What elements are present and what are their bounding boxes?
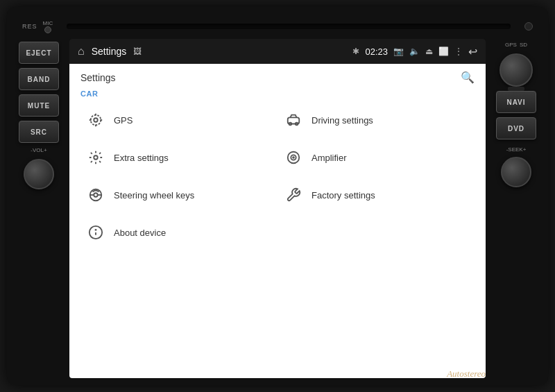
gps-sd-area: GPS SD [505, 42, 527, 48]
res-label: RES [22, 23, 37, 30]
driving-label: Driving settings [311, 115, 373, 126]
bluetooth-icon: ✱ [352, 46, 359, 56]
navi-button[interactable]: NAVI [496, 91, 536, 113]
mic-dot [44, 26, 51, 33]
svg-point-0 [94, 118, 98, 122]
factory-icon [284, 185, 303, 205]
src-button[interactable]: SRC [19, 121, 59, 143]
more-icon[interactable]: ⋮ [454, 46, 463, 56]
setting-factory[interactable]: Factory settings [278, 177, 475, 213]
svg-point-14 [94, 193, 98, 197]
svg-point-9 [94, 155, 98, 160]
setting-steering[interactable]: Steering wheel keys [80, 177, 277, 213]
clock: 02:23 [365, 46, 388, 57]
about-icon [86, 223, 105, 242]
settings-grid: GPS Driving settings [80, 102, 475, 250]
camera-icon: 📷 [393, 46, 404, 56]
factory-label: Factory settings [311, 190, 375, 201]
section-label: CAR [80, 90, 475, 98]
main-area: EJECT BAND MUTE SRC -VOL+ ⌂ Settings 🖼 ✱… [14, 39, 541, 378]
gps-label: GPS [114, 115, 133, 126]
steering-icon [86, 185, 105, 205]
status-left: ⌂ Settings 🖼 [78, 45, 142, 58]
volume-icon: 🔈 [409, 46, 420, 56]
volume-knob[interactable] [24, 159, 54, 189]
setting-driving[interactable]: Driving settings [278, 102, 475, 138]
right-knob-top[interactable] [500, 53, 533, 87]
mic-label: MIC [43, 20, 53, 26]
band-button[interactable]: BAND [19, 68, 59, 90]
status-bar: ⌂ Settings 🖼 ✱ 02:23 📷 🔈 ⏏ ⬜ ⋮ ↩ [69, 39, 486, 64]
screen-icon: ⬜ [438, 46, 449, 56]
car-unit: RES MIC EJECT BAND MUTE SRC -VOL+ ⌂ Sett… [7, 7, 548, 385]
left-controls: EJECT BAND MUTE SRC -VOL+ [14, 39, 64, 378]
seek-label: -SEEK+ [506, 146, 527, 153]
extra-settings-icon [86, 148, 105, 167]
settings-page-title: Settings [80, 72, 116, 83]
watermark: Autostereo [447, 368, 486, 380]
top-bar: RES MIC [14, 14, 541, 39]
vol-label: -VOL+ [31, 147, 46, 153]
screen: ⌂ Settings 🖼 ✱ 02:23 📷 🔈 ⏏ ⬜ ⋮ ↩ [69, 39, 486, 378]
svg-point-12 [293, 157, 294, 158]
home-icon[interactable]: ⌂ [78, 45, 85, 58]
settings-header: Settings 🔍 [80, 71, 475, 84]
amplifier-label: Amplifier [311, 153, 347, 163]
mic-area: MIC [43, 20, 53, 33]
right-controls: GPS SD NAVI DVD -SEEK+ [491, 39, 541, 378]
power-dot [524, 22, 533, 31]
extra-label: Extra settings [114, 153, 169, 163]
setting-extra[interactable]: Extra settings [80, 139, 277, 176]
mute-button[interactable]: MUTE [19, 94, 59, 117]
setting-amplifier[interactable]: Amplifier [278, 139, 475, 176]
status-right: ✱ 02:23 📷 🔈 ⏏ ⬜ ⋮ ↩ [352, 45, 477, 58]
amplifier-icon [284, 148, 303, 167]
driving-icon [284, 110, 303, 130]
svg-point-1 [91, 115, 101, 126]
sd-label: SD [520, 42, 527, 48]
setting-about[interactable]: About device [80, 214, 277, 250]
steering-label: Steering wheel keys [114, 190, 194, 201]
eject-button[interactable]: EJECT [19, 42, 59, 64]
status-bar-title: Settings [92, 46, 127, 57]
eject-icon: ⏏ [425, 46, 433, 56]
dvd-button[interactable]: DVD [496, 117, 536, 139]
search-icon[interactable]: 🔍 [461, 71, 475, 84]
settings-content: Settings 🔍 CAR GPS [69, 64, 486, 378]
right-knob-bottom[interactable] [501, 157, 531, 187]
gps-label-btn: GPS [505, 42, 517, 48]
back-button[interactable]: ↩ [468, 45, 477, 58]
about-label: About device [114, 228, 166, 238]
cd-slot [67, 24, 511, 29]
gps-icon [86, 110, 105, 130]
setting-gps[interactable]: GPS [80, 102, 277, 138]
image-icon: 🖼 [133, 46, 142, 56]
